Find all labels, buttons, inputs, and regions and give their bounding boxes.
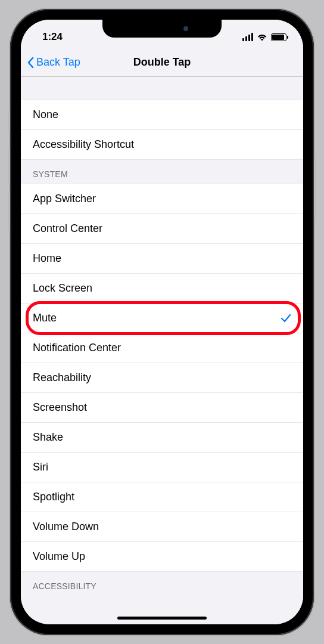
mute-switch bbox=[8, 110, 10, 132]
option-label: Screenshot bbox=[33, 401, 87, 414]
navigation-bar: Back Tap Double Tap bbox=[21, 48, 303, 77]
section-header-system: SYSTEM bbox=[21, 160, 303, 184]
status-indicators bbox=[242, 33, 286, 41]
option-label: None bbox=[33, 109, 58, 121]
option-label: Shake bbox=[33, 431, 63, 444]
battery-icon bbox=[271, 33, 286, 41]
spacer bbox=[21, 77, 303, 100]
option-reachability[interactable]: Reachability bbox=[21, 363, 303, 393]
option-label: Control Center bbox=[33, 222, 102, 235]
option-label: Volume Up bbox=[33, 550, 85, 563]
content-scroll[interactable]: None Accessibility Shortcut SYSTEM App S… bbox=[21, 77, 303, 624]
option-volume-down[interactable]: Volume Down bbox=[21, 512, 303, 542]
option-mute[interactable]: Mute bbox=[21, 304, 303, 333]
option-notification-center[interactable]: Notification Center bbox=[21, 333, 303, 363]
option-lock-screen[interactable]: Lock Screen bbox=[21, 274, 303, 304]
screen: 1:24 Back Tap Double Tap bbox=[21, 20, 303, 624]
option-control-center[interactable]: Control Center bbox=[21, 214, 303, 244]
option-app-switcher[interactable]: App Switcher bbox=[21, 184, 303, 214]
option-label: Home bbox=[33, 252, 61, 265]
notch bbox=[102, 20, 222, 38]
option-label: Mute bbox=[33, 312, 57, 324]
option-label: Volume Down bbox=[33, 521, 99, 533]
option-screenshot[interactable]: Screenshot bbox=[21, 393, 303, 423]
power-button bbox=[314, 158, 316, 218]
checkmark-icon bbox=[281, 313, 291, 324]
wifi-icon bbox=[257, 33, 267, 41]
volume-down-button bbox=[8, 193, 10, 230]
option-none[interactable]: None bbox=[21, 100, 303, 130]
option-spotlight[interactable]: Spotlight bbox=[21, 482, 303, 512]
option-home[interactable]: Home bbox=[21, 244, 303, 274]
option-label: Notification Center bbox=[33, 342, 121, 354]
volume-up-button bbox=[8, 147, 10, 184]
option-label: Reachability bbox=[33, 371, 91, 384]
chevron-left-icon bbox=[27, 57, 34, 69]
option-siri[interactable]: Siri bbox=[21, 453, 303, 482]
option-accessibility-shortcut[interactable]: Accessibility Shortcut bbox=[21, 130, 303, 160]
status-time: 1:24 bbox=[42, 31, 63, 43]
back-label: Back Tap bbox=[36, 56, 80, 69]
page-title: Double Tap bbox=[133, 56, 191, 69]
option-shake[interactable]: Shake bbox=[21, 423, 303, 453]
cellular-signal-icon bbox=[242, 33, 253, 41]
option-label: App Switcher bbox=[33, 193, 96, 205]
device-frame: 1:24 Back Tap Double Tap bbox=[10, 9, 314, 635]
home-indicator[interactable] bbox=[117, 617, 207, 620]
option-label: Lock Screen bbox=[33, 282, 92, 295]
option-label: Spotlight bbox=[33, 491, 74, 503]
section-header-accessibility: ACCESSIBILITY bbox=[21, 572, 303, 596]
option-label: Accessibility Shortcut bbox=[33, 138, 134, 151]
option-volume-up[interactable]: Volume Up bbox=[21, 542, 303, 572]
annotation-highlight bbox=[26, 301, 301, 335]
option-label: Siri bbox=[33, 461, 48, 473]
camera-dot bbox=[183, 26, 188, 31]
back-button[interactable]: Back Tap bbox=[27, 56, 80, 69]
